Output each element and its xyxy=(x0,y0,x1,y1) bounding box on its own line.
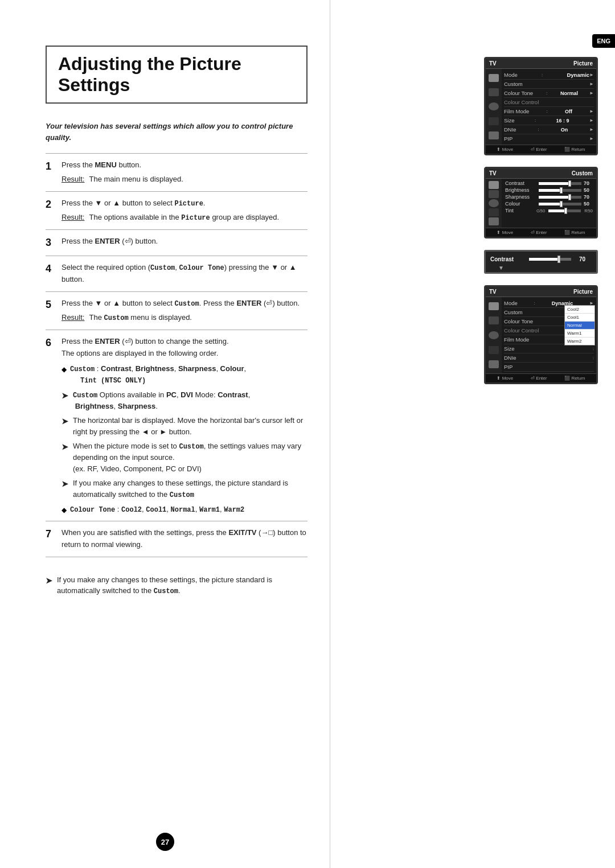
tv4-footer-return: ⬛ Return xyxy=(564,376,585,381)
step-6-number: 6 xyxy=(46,330,62,521)
result-label-2: Result: xyxy=(62,212,84,224)
contrast-bar xyxy=(539,182,581,185)
arrow-icon-2: ➤ xyxy=(62,416,68,427)
contrast-slider-label: Contrast xyxy=(490,256,524,262)
tv4-body: Mode:Dynamic► Custom Colour Tone: Colour… xyxy=(486,297,596,373)
contrast-slider-bar xyxy=(529,258,571,261)
step-3-number: 3 xyxy=(46,229,62,256)
tv-screen-3: Contrast 70 ▼ xyxy=(484,250,598,274)
tv4-menu: Mode:Dynamic► Custom Colour Tone: Colour… xyxy=(502,297,596,373)
tv-screen-4: TV Picture Mode:Dynamic► Custom Colour T… xyxy=(484,285,598,384)
arrow-text-4: If you make any changes to these setting… xyxy=(73,478,308,500)
bottom-note: ➤ If you make any changes to these setti… xyxy=(46,574,308,597)
page-title: Adjusting the Picture Settings xyxy=(58,54,295,96)
step-4-number: 4 xyxy=(46,256,62,291)
result-label-5: Result: xyxy=(62,312,84,324)
tv4-row-dnie: DNIe: xyxy=(504,353,594,363)
step-6-content: Press the ENTER (⏎) button to change the… xyxy=(62,330,308,521)
tv4-row-size: Size: xyxy=(504,344,594,353)
tv-screen-2: TV Custom Contrast xyxy=(484,167,598,238)
tv2-icon-4 xyxy=(489,208,499,216)
tv4-header-left: TV xyxy=(489,289,497,295)
tv4-footer: ⬆ Move ⏎ Enter ⬛ Return xyxy=(486,373,596,382)
tv1-row-colourcontrol: Colour Control xyxy=(504,98,594,107)
arrow-text-3: When the picture mode is set to Custom, … xyxy=(73,441,308,474)
tv2-icon-1 xyxy=(489,181,499,189)
tv1-row-dnie: DNIe:On► xyxy=(504,125,594,134)
result-label-1: Result: xyxy=(62,174,84,186)
dropdown-warm1: Warm1 xyxy=(565,330,594,338)
tv1-footer-move: ⬆ Move xyxy=(497,147,513,152)
bullet-text-1: Custom : Contrast, Brightness, Sharpness… xyxy=(70,363,246,386)
tv4-icon-1 xyxy=(489,302,499,310)
tv1-icons xyxy=(486,69,502,145)
step-6-row: 6 Press the ENTER (⏎) button to change t… xyxy=(46,330,308,521)
dropdown-cool1: Cool1 xyxy=(565,314,594,322)
tv1-row-mode: Mode:Dynamic► xyxy=(504,71,594,80)
result-text-1: The main menu is displayed. xyxy=(89,174,183,186)
step-7-content: When you are satisfied with the settings… xyxy=(62,521,308,557)
brightness-bar xyxy=(539,189,581,192)
tv4-row-pip: PIP xyxy=(504,363,594,372)
arrow-icon-1: ➤ xyxy=(62,390,68,402)
tv-screen-4-header: TV Picture xyxy=(486,287,596,297)
diamond-icon-2: ◆ xyxy=(62,505,67,515)
tv1-row-pip: PIP► xyxy=(504,134,594,143)
arrow-item-1: ➤ Custom Options available in PC, DVI Mo… xyxy=(62,389,308,412)
tv4-icons xyxy=(486,297,502,373)
bottom-note-text: If you make any changes to these setting… xyxy=(57,574,308,597)
tv1-icon-5 xyxy=(489,131,499,139)
tv-screen-2-header: TV Custom xyxy=(486,168,596,179)
bottom-arrow-icon: ➤ xyxy=(46,575,52,587)
contrast-slider-row: Contrast 70 xyxy=(490,256,592,262)
tv1-row-custom: Custom► xyxy=(504,80,594,89)
contrast-down-arrow: ▼ xyxy=(496,265,592,271)
tv2-contrast-row: Contrast 70 xyxy=(504,180,594,187)
steps-table: 1 Press the MENU button. Result: The mai… xyxy=(46,153,308,557)
tv4-icon-4 xyxy=(489,346,499,354)
tv1-row-filmmode: Film Mode:Off► xyxy=(504,107,594,116)
page-number: 27 xyxy=(156,833,174,851)
tv2-icon-3 xyxy=(489,199,499,207)
arrow-text-1: Custom Options available in PC, DVI Mode… xyxy=(73,389,250,412)
tv1-footer-enter: ⏎ Enter xyxy=(531,147,547,152)
tv1-row-colourtone: Colour Tone:Normal► xyxy=(504,89,594,98)
step-7-row: 7 When you are satisfied with the settin… xyxy=(46,521,308,557)
step-2-number: 2 xyxy=(46,191,62,229)
tv2-sharpness-row: Sharpness 70 xyxy=(504,194,594,200)
tv2-footer-enter: ⏎ Enter xyxy=(531,230,547,235)
tv4-footer-move: ⬆ Move xyxy=(497,376,513,381)
arrow-icon-4: ➤ xyxy=(62,478,68,490)
tv1-body: Mode:Dynamic► Custom► Colour Tone:Normal… xyxy=(486,69,596,145)
tint-bar xyxy=(548,209,581,212)
contrast-slider-value: 70 xyxy=(579,256,592,262)
menu-bold: MENU xyxy=(95,161,117,169)
step-2-content: Press the ▼ or ▲ button to select Pictur… xyxy=(62,191,308,229)
tv1-header-left: TV xyxy=(489,60,497,67)
bottom-arrow-item: ➤ If you make any changes to these setti… xyxy=(46,574,308,597)
step-7-number: 7 xyxy=(46,521,62,557)
tv-screen-1-header: TV Picture xyxy=(486,59,596,69)
tv1-icon-3 xyxy=(489,102,499,110)
bullet-colour-tone: ◆ Colour Tone : Cool2, Cool1, Normal, Wa… xyxy=(62,504,308,515)
arrow-text-2: The horizontal bar is displayed. Move th… xyxy=(73,415,308,437)
dropdown-cool2: Cool2 xyxy=(565,306,594,314)
tv2-header-left: TV xyxy=(489,170,497,176)
step-3-row: 3 Press the ENTER (⏎) button. xyxy=(46,229,308,256)
tv1-menu: Mode:Dynamic► Custom► Colour Tone:Normal… xyxy=(502,69,596,145)
dropdown-warm2: Warm2 xyxy=(565,338,594,345)
arrow-icon-3: ➤ xyxy=(62,441,68,453)
eng-badge: ENG xyxy=(592,34,615,48)
tv1-icon-4 xyxy=(489,117,499,125)
step-5-number: 5 xyxy=(46,291,62,330)
step-5-row: 5 Press the ▼ or ▲ button to select Cust… xyxy=(46,291,308,330)
tv4-icon-3 xyxy=(489,331,499,339)
tv-screen-1: TV Picture Mode:Dynamic► Custom► Colour … xyxy=(484,57,598,155)
tv2-menu: Contrast 70 Brightness xyxy=(502,179,596,228)
tv2-footer-return: ⬛ Return xyxy=(564,230,585,235)
tv4-footer-enter: ⏎ Enter xyxy=(531,376,547,381)
intro-text: Your television has several settings whi… xyxy=(46,121,308,143)
title-box: Adjusting the Picture Settings xyxy=(46,46,308,104)
arrow-item-4: ➤ If you make any changes to these setti… xyxy=(62,478,308,500)
tv4-icon-5 xyxy=(489,360,499,368)
